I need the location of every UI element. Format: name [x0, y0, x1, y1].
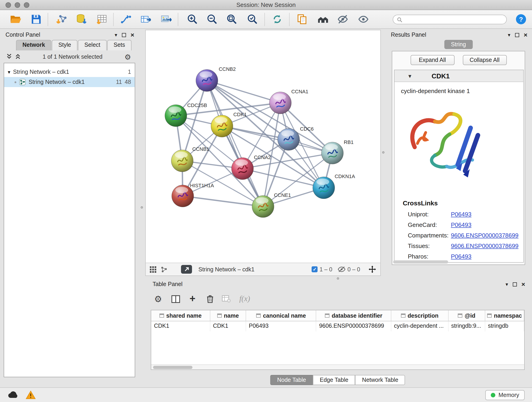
tab-select[interactable]: Select [78, 40, 107, 51]
table-scrollbar-thumb[interactable] [153, 366, 192, 369]
crosslink-link[interactable]: 9606.ENSP00000378699 [451, 232, 519, 239]
column-header[interactable]: namespac [485, 310, 524, 321]
hide-graphics-details-icon[interactable] [337, 13, 349, 25]
network-graph[interactable]: CCNB2CCNA1CDC25BCDK1CDC6RB1CCNB1CCNA2CDK… [146, 30, 380, 263]
network-collection-row[interactable]: ▾ String Network – cdk1 1 [4, 67, 135, 77]
collapse-all-button[interactable]: Collapse All [462, 55, 507, 65]
zoom-fit-content-icon[interactable] [226, 13, 238, 25]
tab-style[interactable]: Style [52, 40, 78, 51]
selected-nodes-checkbox[interactable]: ✓ [312, 266, 318, 272]
tab-sets[interactable]: Sets [107, 40, 132, 51]
cloud-icon[interactable] [7, 390, 19, 401]
hidden-elements-icon[interactable] [338, 266, 346, 272]
node-label: CDC25B [187, 102, 207, 108]
tab-network-table[interactable]: Network Table [355, 375, 405, 385]
column-header[interactable]: database identifier [317, 310, 391, 321]
control-panel-float-icon[interactable]: ▾ [115, 32, 117, 37]
control-panel-close-icon[interactable]: × [131, 32, 134, 37]
network-share-icon[interactable] [161, 266, 167, 273]
network-node[interactable] [313, 177, 335, 199]
node-label: CCNA1 [291, 89, 308, 95]
network-edge[interactable] [183, 196, 263, 206]
network-node[interactable] [211, 115, 233, 137]
expand-all-networks-icon[interactable] [16, 53, 21, 60]
protein-section-caret-icon[interactable]: ▼ [407, 73, 412, 79]
crosslink-link[interactable]: P06493 [451, 211, 472, 218]
delete-table-icon [220, 293, 233, 305]
save-session-icon[interactable] [30, 13, 42, 25]
crosslink-row: GeneCard:P06493 [408, 220, 520, 230]
tab-edge-table[interactable]: Edge Table [313, 375, 355, 385]
new-network-from-selection-icon[interactable] [120, 13, 132, 25]
network-edge[interactable] [222, 126, 332, 153]
delete-column-icon[interactable] [203, 293, 216, 305]
import-table-icon[interactable] [96, 13, 108, 25]
network-node[interactable] [165, 105, 187, 127]
network-node[interactable] [269, 92, 291, 114]
table-row[interactable]: CDK1CDK1P064939606.ENSP00000378699cyclin… [151, 321, 524, 332]
import-network-file-icon[interactable] [56, 13, 68, 25]
import-network-database-icon[interactable] [75, 13, 87, 25]
crosslink-link[interactable]: P06493 [451, 221, 472, 228]
node-table: shared namenamecanonical namedatabase id… [151, 310, 525, 370]
column-header[interactable]: description [391, 310, 449, 321]
network-node[interactable] [232, 158, 254, 180]
network-canvas[interactable]: CCNB2CCNA1CDC25BCDK1CDC6RB1CCNB1CCNA2CDK… [146, 30, 380, 263]
open-in-browser-icon[interactable] [181, 265, 192, 274]
zoom-selected-icon[interactable] [247, 13, 259, 25]
network-node[interactable] [171, 150, 193, 172]
expand-all-button[interactable]: Expand All [410, 55, 454, 65]
results-scrollbar[interactable] [393, 260, 448, 264]
column-header[interactable]: @id [448, 310, 485, 321]
left-splitter-handle[interactable] [141, 206, 143, 209]
network-edge[interactable] [207, 80, 263, 206]
table-panel-close-icon[interactable]: × [521, 282, 525, 287]
open-session-icon[interactable] [10, 13, 22, 25]
zoom-in-icon[interactable] [186, 13, 198, 25]
pan-tool-icon[interactable] [368, 265, 376, 273]
column-header[interactable]: canonical name [246, 310, 317, 321]
table-panel-maximize-icon[interactable] [513, 282, 517, 286]
export-network-icon[interactable] [140, 13, 152, 25]
column-header[interactable]: shared name [151, 310, 210, 321]
crosslink-link[interactable]: 9606.ENSP00000378699 [451, 242, 519, 249]
search-input[interactable] [405, 16, 503, 23]
warning-icon[interactable] [26, 390, 36, 401]
apply-layout-icon[interactable] [271, 13, 283, 25]
ndex-icon[interactable] [317, 13, 329, 25]
network-edge[interactable] [207, 80, 280, 103]
tab-network[interactable]: Network [16, 40, 51, 51]
export-image-icon[interactable] [160, 13, 172, 25]
horizontal-splitter-handle[interactable] [337, 277, 339, 280]
table-settings-gear-icon[interactable]: ⚙ [152, 293, 165, 305]
network-options-gear-icon[interactable]: ⚙ [124, 52, 131, 61]
network-node[interactable] [278, 128, 300, 150]
crosslink-row: Uniprot:P06493 [408, 209, 520, 220]
show-columns-icon[interactable] [169, 293, 182, 305]
show-graphics-details-icon[interactable] [357, 13, 369, 25]
crosslink-link[interactable]: P06493 [451, 253, 472, 260]
right-splitter-handle[interactable] [382, 151, 385, 153]
results-panel-maximize-icon[interactable] [515, 33, 519, 37]
column-header[interactable]: name [210, 310, 246, 321]
tab-node-table[interactable]: Node Table [270, 375, 313, 385]
protein-section-header[interactable]: ▼ CDK1 [394, 70, 523, 82]
collection-caret-icon[interactable]: ▾ [8, 69, 10, 75]
create-column-icon[interactable]: + [186, 293, 199, 305]
annotations-icon[interactable] [296, 13, 308, 25]
help-icon[interactable]: ? [515, 13, 527, 25]
control-panel-maximize-icon[interactable] [122, 33, 126, 37]
results-panel-close-icon[interactable]: × [524, 32, 527, 37]
tab-string[interactable]: String [444, 40, 473, 49]
protein-section: ▼ CDK1 cyclin-dependent kinase 1 [394, 70, 524, 263]
collapse-all-networks-icon[interactable] [7, 53, 12, 60]
birds-eye-view-icon[interactable] [150, 266, 156, 273]
network-node[interactable] [252, 196, 274, 217]
network-node[interactable] [322, 142, 343, 164]
table-panel-float-icon[interactable]: ▾ [506, 282, 508, 287]
network-node[interactable] [196, 70, 218, 91]
results-panel-float-icon[interactable]: ▾ [508, 32, 510, 37]
zoom-out-icon[interactable] [206, 13, 218, 25]
network-row[interactable]: ● String Network – cdk1 11 48 [4, 77, 135, 87]
memory-button[interactable]: Memory [485, 390, 525, 400]
